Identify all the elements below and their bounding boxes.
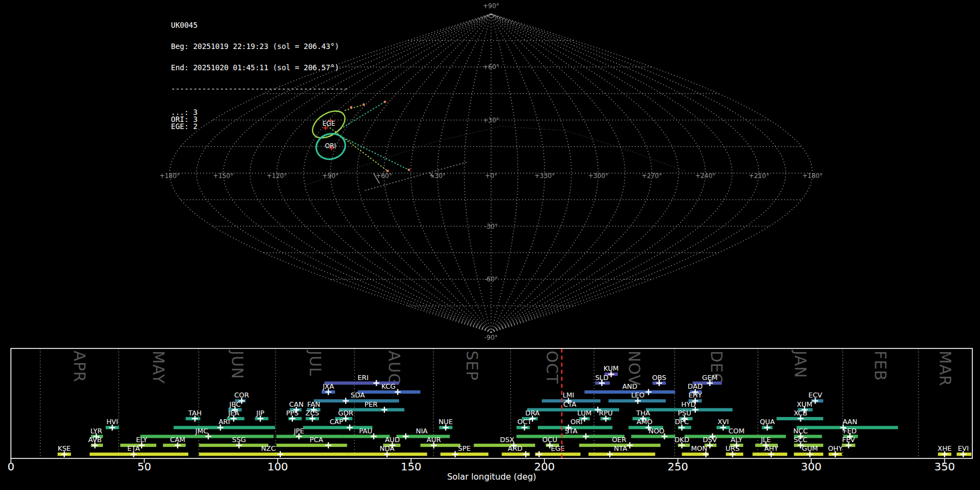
- track-end-dot: [350, 106, 353, 109]
- shower-label-JPE: JPE: [293, 427, 304, 435]
- shower-label-JEA: JEA: [228, 409, 240, 417]
- shower-label-DPC: DPC: [675, 418, 689, 426]
- shower-label-XUM: XUM: [797, 400, 813, 408]
- station-id: UK0045: [171, 22, 348, 29]
- shower-label-ZCS: ZCS: [305, 409, 319, 417]
- axis-tick-label: 150: [401, 460, 421, 473]
- shower-label-GEM: GEM: [702, 373, 718, 382]
- shower-peak-PER: [382, 407, 388, 413]
- shower-label-AHY: AHY: [764, 444, 779, 452]
- shower-peak-NZC: [277, 451, 283, 457]
- month-label-apr: APR: [70, 351, 88, 383]
- shower-label-ELY: ELY: [136, 436, 148, 444]
- shower-label-CAM: CAM: [170, 436, 185, 444]
- month-label-jun: JUN: [228, 350, 246, 379]
- shower-label-KCG: KCG: [381, 382, 395, 390]
- shower-bar-KCG: [358, 390, 420, 394]
- shower-label-XCB: XCB: [794, 409, 807, 417]
- shower-peak-STA: [583, 433, 589, 439]
- shower-peak-CAP: [347, 425, 353, 431]
- ra-label: +180°: [803, 172, 823, 180]
- shower-peak-KCG: [395, 389, 401, 395]
- axis-tick-label: 350: [934, 460, 955, 473]
- shower-label-ECV: ECV: [808, 391, 823, 399]
- shower-peak-OER: [627, 442, 633, 448]
- shower-label-SSG: SSG: [232, 436, 246, 444]
- axis-tick-label: 250: [667, 460, 688, 473]
- shower-label-JLE: JLE: [760, 436, 771, 444]
- shower-label-ARD: ARD: [508, 444, 523, 452]
- shower-label-KSE: KSE: [58, 444, 71, 452]
- shower-label-NUE: NUE: [438, 418, 452, 426]
- latitude-label: -30°: [485, 223, 498, 230]
- axis-tick-label: 100: [267, 460, 288, 473]
- shower-label-SPE: SPE: [458, 444, 470, 452]
- shower-label-DSV: DSV: [703, 436, 718, 444]
- pole-label: -90°: [485, 334, 498, 341]
- latitude-label: +60°: [483, 63, 499, 71]
- shower-bar-ETA: [90, 452, 188, 456]
- shower-label-FED: FED: [843, 427, 857, 435]
- shower-label-LEO: LEO: [631, 391, 645, 399]
- shower-label-KUM: KUM: [604, 364, 619, 372]
- shower-label-DSX: DSX: [500, 436, 514, 444]
- axis-tick-label: 200: [534, 460, 555, 473]
- month-label-mar: MAR: [936, 351, 954, 387]
- shower-label-DRA: DRA: [525, 409, 540, 417]
- axis-tick-label: 50: [137, 460, 151, 473]
- station-header: UK0045 Beg: 20251019 22:19:23 (sol = 206…: [171, 8, 348, 144]
- ra-label: +270°: [642, 172, 662, 180]
- shower-label-XVI: XVI: [718, 418, 729, 426]
- shower-label-ETA: ETA: [127, 444, 140, 452]
- shower-label-CAN: CAN: [289, 400, 304, 408]
- shower-bar-DSX: [474, 444, 535, 447]
- shower-label-ERI: ERI: [358, 373, 369, 382]
- shower-label-NZC: NZC: [261, 444, 276, 452]
- shower-label-RPU: RPU: [599, 409, 612, 417]
- ra-label: +0°: [485, 172, 498, 180]
- shower-label-AAN: AAN: [843, 418, 857, 426]
- shower-label-DAD: DAD: [688, 382, 703, 390]
- shower-label-JMC: JMC: [195, 427, 208, 435]
- shower-label-LYR: LYR: [90, 427, 102, 435]
- shower-label-QUA: QUA: [759, 418, 775, 426]
- shower-bar-PAU: [343, 435, 390, 438]
- shower-count-row: EGE: 2: [171, 123, 348, 130]
- shower-peak-ARD: [523, 451, 529, 457]
- shower-label-OHY: OHY: [828, 444, 843, 452]
- shower-bar-AND: [585, 390, 676, 394]
- shower-label-SDA: SDA: [351, 391, 365, 399]
- shower-count-list: ...: 3ORI: 3EGE: 2: [171, 109, 348, 130]
- ra-label: +60°: [376, 172, 392, 180]
- observation-end: End: 20251020 01:45:11 (sol = 206.57°): [171, 64, 348, 71]
- track-end-dot: [387, 170, 389, 173]
- shower-label-FEV: FEV: [842, 436, 855, 444]
- track-end-dot: [384, 101, 387, 103]
- month-label-jul: JUL: [306, 350, 324, 376]
- shower-label-OCT: OCT: [517, 418, 532, 426]
- shower-label-NOO: NOO: [648, 427, 664, 435]
- shower-label-HVI: HVI: [106, 418, 118, 426]
- shower-peak-PCA: [326, 442, 332, 448]
- shower-peak-EGE: [536, 451, 542, 457]
- ra-label: +210°: [749, 172, 769, 180]
- observation-begin: Beg: 20251019 22:19:23 (sol = 206.43°): [171, 43, 348, 50]
- shower-label-XHE: XHE: [938, 444, 952, 452]
- shower-bar-STA: [517, 435, 624, 438]
- shower-bar-NZC: [199, 452, 348, 456]
- shower-label-COM: COM: [728, 427, 744, 435]
- shower-label-LMI: LMI: [562, 391, 574, 399]
- shower-label-ALY: ALY: [731, 436, 743, 444]
- plot-canvas: +90°-90°+60°+30°-30°-60°+180°+150°+120°+…: [0, 0, 980, 490]
- shower-bar-NTA: [589, 452, 656, 456]
- shower-label-CTA: CTA: [564, 400, 577, 408]
- latitude-label: +30°: [483, 117, 499, 124]
- ra-label: +330°: [535, 172, 555, 180]
- ra-label: +300°: [588, 172, 608, 180]
- shower-label-OCU: OCU: [542, 436, 558, 444]
- shower-label-JXA: JXA: [322, 382, 334, 390]
- ra-label: +240°: [695, 172, 715, 180]
- shower-bar-NOO: [631, 435, 675, 438]
- shower-bar-AUR: [420, 444, 461, 447]
- shower-bar-PCA: [277, 444, 347, 447]
